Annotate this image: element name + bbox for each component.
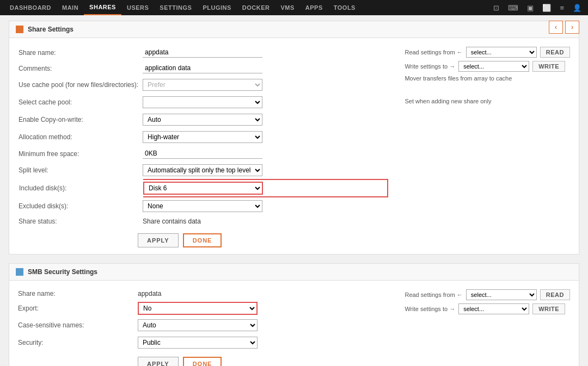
smb-share-name-value: appdata xyxy=(138,290,161,297)
included-disks-label: Included disk(s): xyxy=(19,179,143,197)
min-free-label: Minimum free space: xyxy=(19,146,143,162)
included-disks-row: Included disk(s): Disk 6 xyxy=(19,179,388,197)
smb-share-name-row: Share name: appdata xyxy=(18,287,388,300)
nav-icon-5[interactable]: ≡ xyxy=(558,3,566,13)
min-free-input[interactable] xyxy=(143,148,262,159)
export-select[interactable]: No Yes xyxy=(139,303,256,314)
comments-cell xyxy=(143,60,388,76)
share-settings-wrapper: ‹ › Share Settings Share name: xyxy=(9,21,579,255)
smb-right-settings: Read settings from ← select... READ Writ… xyxy=(388,287,570,366)
copy-on-write-select[interactable]: Auto xyxy=(143,114,262,126)
share-settings-table: Share name: Comments: xyxy=(18,45,388,228)
share-name-label: Share name: xyxy=(19,45,143,60)
smb-done-button[interactable]: DONE xyxy=(183,357,222,366)
copy-on-write-cell: Auto xyxy=(143,111,388,128)
export-row: Export: No Yes xyxy=(18,300,388,317)
smb-apply-button[interactable]: APPLY xyxy=(138,357,179,366)
share-settings-form: Share name: Comments: xyxy=(18,45,388,247)
smb-read-settings-row: Read settings from ← select... READ xyxy=(405,289,570,300)
smb-read-settings-select[interactable]: select... xyxy=(466,289,537,300)
case-sensitive-label: Case-sensitive names: xyxy=(18,317,138,334)
nav-apps[interactable]: APPS xyxy=(300,0,328,15)
add-note: Set when adding new share only xyxy=(405,98,570,104)
share-apply-button[interactable]: APPLY xyxy=(138,233,179,247)
smb-settings-title: SMB Security Settings xyxy=(28,268,97,276)
nav-icon-3[interactable]: ▣ xyxy=(525,3,536,13)
case-sensitive-select[interactable]: Auto xyxy=(138,319,258,331)
nav-shares[interactable]: SHARES xyxy=(84,0,121,15)
nav-icon-2[interactable]: ⌨ xyxy=(506,3,520,13)
min-free-cell xyxy=(143,146,388,162)
share-status-value: Share contains data xyxy=(143,218,201,225)
nav-settings[interactable]: SETTINGS xyxy=(154,0,197,15)
share-right-settings: Read settings from ← select... READ Writ… xyxy=(388,45,570,247)
excluded-disks-row: Excluded disk(s): None xyxy=(19,197,388,215)
copy-on-write-row: Enable Copy-on-write: Auto xyxy=(19,111,388,128)
share-settings-header: Share Settings xyxy=(9,21,579,38)
share-settings-icon xyxy=(16,26,23,33)
nav-docker[interactable]: DOCKER xyxy=(237,0,275,15)
write-settings-select[interactable]: select... xyxy=(458,61,529,72)
excluded-disks-select[interactable]: None xyxy=(143,200,262,212)
prev-button[interactable]: ‹ xyxy=(549,21,563,34)
export-label: Export: xyxy=(18,300,138,317)
select-cache-label: Select cache pool: xyxy=(19,94,143,111)
included-disks-select[interactable]: Disk 6 xyxy=(144,183,262,194)
read-settings-select[interactable]: select... xyxy=(466,47,537,58)
smb-settings-card: SMB Security Settings Share name: appdat… xyxy=(9,263,579,366)
read-settings-row: Read settings from ← select... READ xyxy=(405,47,570,58)
select-cache-cell xyxy=(143,94,388,111)
smb-write-settings-select[interactable]: select... xyxy=(458,303,529,314)
cache-pool-cell: Prefer xyxy=(143,76,388,94)
share-name-input[interactable] xyxy=(143,47,262,58)
cache-pool-row: Use cache pool (for new files/directorie… xyxy=(19,76,388,94)
next-button[interactable]: › xyxy=(565,21,579,34)
security-select[interactable]: Public xyxy=(138,337,258,349)
write-button[interactable]: WRITE xyxy=(532,61,565,72)
split-level-row: Split level: Automatically split only th… xyxy=(19,162,388,179)
page-content: ‹ › Share Settings Share name: xyxy=(0,15,588,366)
case-sensitive-cell: Auto xyxy=(138,317,388,334)
nav-plugins[interactable]: PLUGINS xyxy=(197,0,236,15)
allocation-row: Allocation method: High-water xyxy=(19,128,388,146)
smb-read-settings-label: Read settings from ← xyxy=(405,291,462,298)
select-cache-row: Select cache pool: xyxy=(19,94,388,111)
mover-note: Mover transfers files from array to cach… xyxy=(405,75,570,82)
security-label: Security: xyxy=(18,334,138,351)
smb-settings-form: Share name: appdata Export: xyxy=(18,287,388,366)
write-settings-label: Write settings to → xyxy=(405,63,455,70)
nav-icon-6[interactable]: 👤 xyxy=(571,3,584,13)
nav-main[interactable]: MAIN xyxy=(57,0,84,15)
share-name-cell xyxy=(143,45,388,60)
share-settings-actions: APPLY DONE xyxy=(138,233,388,247)
smb-read-button[interactable]: READ xyxy=(540,289,570,300)
split-level-select[interactable]: Automatically split only the top level d… xyxy=(143,164,262,176)
nav-dashboard[interactable]: DASHBOARD xyxy=(4,0,57,15)
comments-input[interactable] xyxy=(143,63,262,73)
smb-settings-table: Share name: appdata Export: xyxy=(18,287,388,351)
select-cache-select[interactable] xyxy=(143,96,262,108)
allocation-select[interactable]: High-water xyxy=(143,131,262,143)
case-sensitive-row: Case-sensitive names: Auto xyxy=(18,317,388,334)
security-cell: Public xyxy=(138,334,388,351)
smb-share-name-label: Share name: xyxy=(18,287,138,300)
share-done-button[interactable]: DONE xyxy=(183,233,222,247)
share-status-row: Share status: Share contains data xyxy=(19,215,388,228)
excluded-disks-cell: None xyxy=(143,197,388,215)
smb-write-settings-row: Write settings to → select... WRITE xyxy=(405,303,570,314)
smb-write-button[interactable]: WRITE xyxy=(532,303,565,314)
nav-icon-4[interactable]: ⬜ xyxy=(540,3,553,13)
nav-users[interactable]: USERS xyxy=(121,0,154,15)
share-settings-title: Share Settings xyxy=(28,26,74,33)
security-row: Security: Public xyxy=(18,334,388,351)
smb-share-name-cell: appdata xyxy=(138,287,388,300)
cache-pool-label: Use cache pool (for new files/directorie… xyxy=(19,76,143,94)
nav-tools[interactable]: TOOLS xyxy=(328,0,361,15)
nav-icon-1[interactable]: ⊡ xyxy=(491,3,501,13)
cache-pool-select[interactable]: Prefer xyxy=(143,79,262,91)
read-button[interactable]: READ xyxy=(540,47,570,58)
share-status-label: Share status: xyxy=(19,215,143,228)
excluded-disks-label: Excluded disk(s): xyxy=(19,197,143,215)
share-name-row: Share name: xyxy=(19,45,388,60)
nav-vms[interactable]: VMS xyxy=(275,0,299,15)
